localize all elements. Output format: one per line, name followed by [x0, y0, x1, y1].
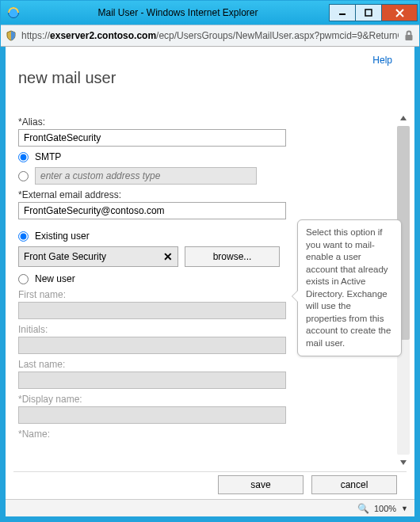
- smtp-label: SMTP: [35, 151, 61, 162]
- titlebar[interactable]: Mail User - Windows Internet Explorer: [1, 1, 419, 25]
- name-label: *Name:: [18, 429, 394, 440]
- content-area: Help new mail user *Alias: SMTP *Externa…: [1, 47, 419, 521]
- minimize-button[interactable]: [329, 4, 356, 21]
- svg-rect-5: [406, 35, 413, 40]
- save-button[interactable]: save: [218, 475, 304, 494]
- external-email-input[interactable]: [18, 202, 286, 219]
- browser-window: Mail User - Windows Internet Explorer ht…: [0, 0, 420, 522]
- browse-button[interactable]: browse...: [185, 246, 280, 267]
- scroll-down-arrow[interactable]: [397, 456, 410, 469]
- initials-input: [18, 337, 286, 354]
- new-user-label: New user: [35, 273, 75, 284]
- svg-rect-2: [365, 10, 372, 16]
- custom-type-radio[interactable]: [18, 171, 29, 181]
- page-title: new mail user: [18, 69, 116, 87]
- tooltip-text: Select this option if you want to mail-e…: [306, 227, 391, 348]
- zoom-dropdown-icon[interactable]: ▼: [401, 505, 408, 512]
- security-shield-icon: [4, 29, 18, 43]
- alias-label: *Alias:: [18, 116, 394, 128]
- address-bar[interactable]: https://exserver2.contoso.com/ecp/UsersG…: [1, 25, 419, 47]
- first-name-input: [18, 302, 286, 319]
- smtp-radio[interactable]: [18, 152, 29, 162]
- existing-user-label: Existing user: [35, 231, 90, 242]
- button-bar: save cancel: [218, 475, 397, 494]
- existing-user-radio[interactable]: [18, 231, 29, 242]
- scroll-up-arrow[interactable]: [397, 112, 410, 124]
- display-name-label: *Display name:: [18, 394, 394, 405]
- custom-type-input: [35, 167, 257, 185]
- external-email-label: *External email address:: [18, 189, 394, 200]
- window-controls: [330, 4, 418, 21]
- new-user-radio[interactable]: [18, 274, 29, 284]
- close-button[interactable]: [381, 4, 418, 21]
- divider: [13, 471, 407, 472]
- zoom-level[interactable]: 100%: [374, 504, 396, 513]
- help-link[interactable]: Help: [372, 55, 392, 66]
- zoom-icon[interactable]: 🔍: [357, 503, 369, 514]
- window-title: Mail User - Windows Internet Explorer: [26, 7, 330, 18]
- last-name-input: [18, 371, 286, 389]
- cancel-button[interactable]: cancel: [311, 475, 397, 494]
- alias-input[interactable]: [18, 129, 286, 147]
- maximize-button[interactable]: [355, 4, 382, 21]
- existing-user-tooltip: Select this option if you want to mail-e…: [297, 219, 402, 356]
- picked-user-name: Front Gate Security: [24, 251, 106, 262]
- status-bar: 🔍 100% ▼: [6, 499, 414, 516]
- clear-user-icon[interactable]: ✕: [163, 250, 173, 263]
- url-text[interactable]: https://exserver2.contoso.com/ecp/UsersG…: [21, 30, 399, 41]
- display-name-input: [18, 406, 286, 424]
- lock-icon[interactable]: [402, 29, 416, 43]
- ie-icon: [6, 5, 21, 21]
- last-name-label: Last name:: [18, 359, 394, 370]
- user-picker[interactable]: Front Gate Security ✕: [18, 246, 178, 267]
